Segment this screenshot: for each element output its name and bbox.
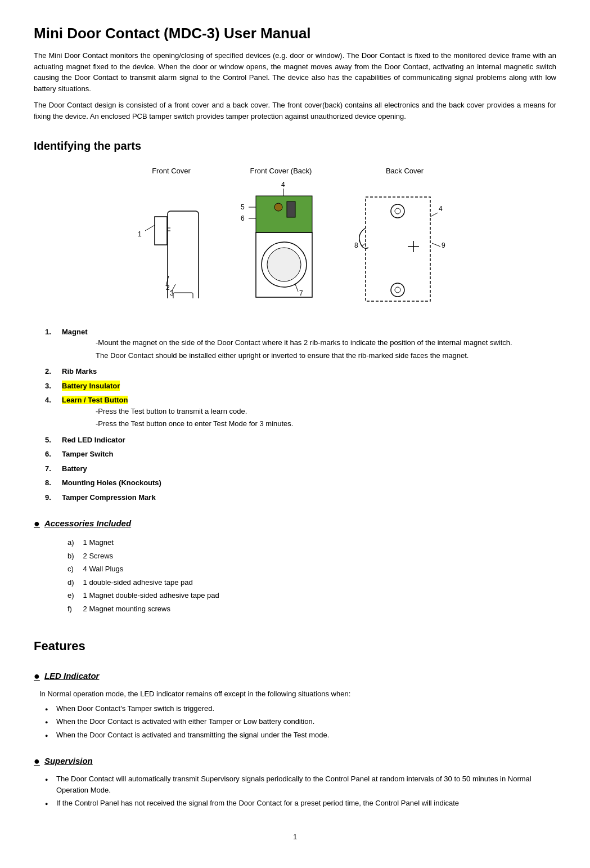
led-intro: In Normal operation mode, the LED indica… [39, 688, 556, 700]
svg-text:6: 6 [241, 214, 245, 222]
accessory-c: c) 4 Wall Plugs [67, 563, 219, 577]
part-8: 8. Mounting Holes (Knockouts) [45, 477, 556, 489]
front-cover-svg: 1 2 3 [135, 180, 208, 298]
accessory-e: e) 1 Magnet double-sided adhesive tape p… [67, 590, 219, 603]
part-7: 7. Battery [45, 463, 556, 475]
svg-text:4: 4 [281, 181, 285, 189]
supervision-item-1: The Door Contact will automatically tran… [45, 773, 556, 795]
accessory-b: b) 2 Screws [67, 551, 219, 564]
part-5: 5. Red LED Indicator [45, 435, 556, 446]
svg-rect-15 [287, 202, 295, 217]
svg-rect-13 [256, 196, 312, 232]
svg-line-26 [430, 213, 438, 217]
front-cover-diagram: Front Cover 1 2 3 [135, 165, 208, 310]
features-title: Features [34, 637, 556, 655]
supervision-section: ● Supervision The Door Contact will auto… [34, 754, 556, 809]
led-header: ● LED Indicator [34, 669, 556, 684]
led-item-1: When Door Contact's Tamper switch is tri… [45, 703, 556, 714]
accessory-f: f) 2 Magnet mounting screws [67, 603, 219, 617]
svg-point-30 [391, 204, 404, 218]
accessories-bullet: ● [34, 516, 40, 531]
front-cover-back-svg: 4 5 6 7 [236, 180, 326, 310]
part-4: 4. Learn / Test Button -Press the Test b… [45, 395, 556, 431]
accessories-header: ● Accessories Included [34, 516, 556, 531]
accessory-d: d) 1 double-sided adhesive tape pad [67, 577, 219, 590]
back-cover-label: Back Cover [386, 165, 424, 177]
diagram-area: Front Cover 1 2 3 Front Cover (Back) [34, 165, 556, 310]
svg-text:5: 5 [241, 203, 245, 211]
svg-line-28 [432, 243, 440, 247]
svg-text:1: 1 [138, 230, 142, 238]
svg-point-22 [267, 248, 301, 281]
back-cover-diagram: Back Cover 4 9 8 [354, 165, 456, 310]
svg-point-33 [395, 287, 400, 293]
led-section: ● LED Indicator In Normal operation mode… [34, 669, 556, 740]
parts-list: 1. Magnet -Mount the magnet on the side … [45, 326, 556, 503]
accessories-section: ● Accessories Included a) 1 Magnet b) 2 … [34, 516, 556, 616]
accessory-a: a) 1 Magnet [67, 537, 219, 551]
intro-paragraph-1: The Mini Door Contact monitors the openi… [34, 50, 556, 94]
supervision-title: Supervision [44, 755, 93, 768]
part-1: 1. Magnet -Mount the magnet on the side … [45, 326, 556, 363]
supervision-header: ● Supervision [34, 754, 556, 769]
svg-point-14 [274, 203, 282, 211]
svg-line-24 [295, 284, 298, 292]
supervision-bullet: ● [34, 754, 40, 769]
svg-point-32 [391, 283, 404, 297]
svg-text:4: 4 [439, 205, 443, 213]
svg-text:7: 7 [299, 289, 303, 297]
part-3: 3. Battery Insulator [45, 381, 556, 392]
led-bullets: When Door Contact's Tamper switch is tri… [45, 703, 556, 741]
accessories-list: a) 1 Magnet b) 2 Screws c) 4 Wall Plugs … [56, 537, 556, 616]
svg-line-37 [362, 243, 366, 246]
svg-rect-2 [155, 217, 167, 245]
svg-rect-7 [168, 211, 199, 298]
intro-paragraph-2: The Door Contact design is consisted of … [34, 100, 556, 122]
section-identifying: Identifying the parts [34, 137, 556, 154]
page-title: Mini Door Contact (MDC-3) User Manual [34, 23, 556, 44]
page-number: 1 [34, 831, 556, 843]
led-title: LED Indicator [44, 670, 100, 683]
front-cover-back-diagram: Front Cover (Back) 4 5 6 7 [236, 165, 326, 310]
front-cover-back-label: Front Cover (Back) [250, 165, 312, 177]
part-9: 9. Tamper Compression Mark [45, 492, 556, 503]
back-cover-svg: 4 9 8 [354, 180, 456, 310]
front-cover-label: Front Cover [152, 165, 191, 177]
part-2: 2. Rib Marks [45, 366, 556, 377]
led-item-2: When the Door Contact is activated with … [45, 716, 556, 727]
svg-text:8: 8 [354, 241, 358, 249]
svg-line-1 [145, 225, 155, 231]
led-item-3: When the Door Contact is activated and t… [45, 730, 556, 741]
supervision-bullets: The Door Contact will automatically tran… [45, 773, 556, 809]
part-6: 6. Tamper Switch [45, 449, 556, 460]
led-bullet: ● [34, 669, 40, 684]
svg-text:9: 9 [442, 241, 445, 249]
accessories-title: Accessories Included [44, 517, 131, 530]
svg-rect-29 [366, 197, 430, 301]
svg-rect-10 [173, 293, 193, 298]
supervision-item-2: If the Control Panel has not received th… [45, 798, 556, 809]
svg-point-31 [395, 208, 400, 214]
